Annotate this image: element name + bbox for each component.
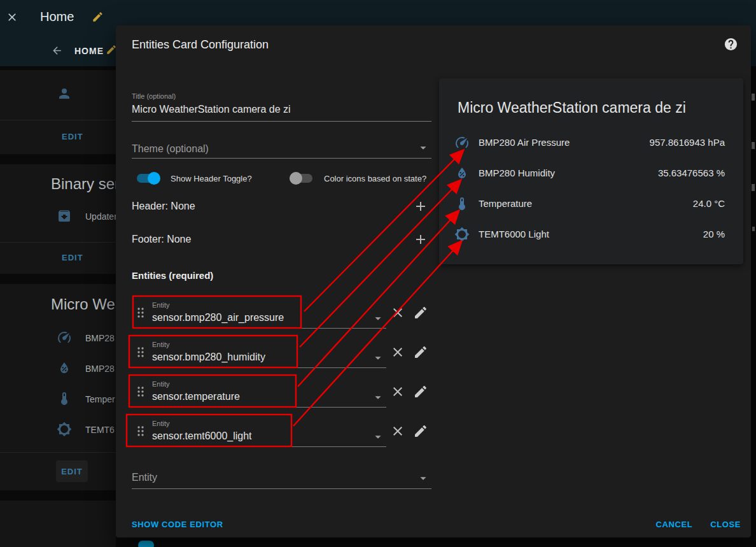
footer-row-label: Footer: None — [132, 234, 191, 245]
clipped-text-fragment — [752, 184, 755, 191]
chevron-down-icon[interactable] — [371, 390, 385, 404]
color-icons-toggle-group: Color icons based on state? — [290, 172, 312, 185]
entity-field-label: Entity — [152, 380, 170, 388]
entities-heading: Entities (required) — [132, 270, 213, 281]
entity-row-label: BMP28 — [85, 333, 115, 343]
drag-handle-icon[interactable] — [133, 384, 148, 399]
thermometer-icon — [454, 196, 470, 211]
edit-card-button[interactable]: EDIT — [62, 253, 83, 262]
entity-state: 957.8616943 hPa — [650, 137, 725, 148]
add-entity-placeholder: Entity — [132, 469, 431, 483]
entity-state: 20 % — [703, 229, 725, 239]
entities-card-configuration-dialog: Entities Card Configuration Title (optio… — [116, 25, 751, 537]
card-title-input[interactable]: Micro WeatherStation camera de zi — [132, 104, 431, 121]
drag-handle-icon[interactable] — [133, 345, 148, 360]
header-row: Header: None — [132, 199, 431, 214]
clipped-text-fragment — [752, 94, 755, 101]
entity-input[interactable]: sensor.temt6000_light — [152, 430, 252, 442]
tab-home[interactable]: HOME — [74, 46, 104, 56]
edit-entity-pencil-icon[interactable] — [413, 423, 428, 439]
chevron-down-icon[interactable] — [416, 141, 430, 155]
gauge-icon — [454, 135, 470, 150]
theme-select[interactable]: Theme (optional) — [132, 138, 431, 159]
gauge-icon — [57, 330, 72, 345]
dialog-title: Entities Card Configuration — [132, 38, 269, 52]
water-percent-icon — [57, 360, 72, 376]
entity-name: TEMT6000 Light — [479, 229, 549, 239]
brightness-icon — [454, 227, 470, 242]
divider — [0, 452, 116, 453]
entity-input[interactable]: sensor.bmp280_humidity — [152, 352, 265, 363]
add-header-plus-icon[interactable] — [413, 199, 428, 214]
edit-card-button[interactable]: EDIT — [62, 132, 83, 141]
remove-entity-icon[interactable] — [390, 384, 405, 399]
preview-entity-row: Temperature 24.0 °C — [439, 188, 743, 219]
backdrop-card-weatherstation: Micro Wea BMP28 BMP28 Temper TEMT6 EDIT — [0, 284, 116, 490]
entity-row: Entity sensor.temt6000_light — [132, 415, 431, 447]
drag-handle-icon[interactable] — [133, 305, 148, 320]
card-title-field[interactable]: Title (optional) Micro WeatherStation ca… — [132, 92, 431, 122]
preview-entity-row: TEMT6000 Light 20 % — [439, 219, 743, 250]
card-title: Micro Wea — [51, 295, 116, 313]
chevron-down-icon[interactable] — [371, 311, 385, 325]
edit-entity-pencil-icon[interactable] — [413, 305, 428, 320]
add-footer-plus-icon[interactable] — [413, 232, 428, 247]
entity-name: BMP280 Air Pressure — [479, 137, 570, 148]
add-entity-field[interactable]: Entity — [132, 469, 431, 489]
preview-entity-list: BMP280 Air Pressure 957.8616943 hPa BMP2… — [439, 127, 743, 250]
edit-entity-pencil-icon[interactable] — [413, 384, 428, 399]
package-down-icon — [57, 208, 72, 224]
back-arrow-icon[interactable] — [51, 45, 63, 57]
drag-handle-icon[interactable] — [133, 423, 148, 439]
show-header-toggle[interactable] — [137, 172, 160, 185]
chevron-down-icon[interactable] — [371, 430, 385, 444]
entity-row: Entity sensor.bmp280_humidity — [132, 336, 431, 368]
remove-entity-icon[interactable] — [390, 305, 405, 320]
edit-card-button[interactable]: EDIT — [56, 460, 88, 482]
backdrop-card-binary-sensor: Binary ser Updater EDIT — [0, 164, 116, 274]
home-assistant-screen: Home HOME Simedru EDIT Binary ser Update… — [0, 0, 756, 547]
page-title: Home — [40, 10, 74, 24]
preview-entity-row: BMP280 Humidity 35.63476563 % — [439, 158, 743, 188]
entity-field[interactable]: Entity sensor.temperature — [151, 376, 386, 408]
entity-row: Entity sensor.bmp280_air_pressure — [132, 297, 431, 329]
theme-select-label: Theme (optional) — [132, 138, 431, 155]
card-title: Binary ser — [51, 175, 116, 193]
entity-row: Entity sensor.temperature — [132, 376, 431, 408]
entity-field-label: Entity — [152, 341, 170, 348]
close-icon[interactable] — [6, 11, 18, 24]
entity-row-label: Temper — [85, 394, 115, 404]
show-header-toggle-group: Show Header Toggle? — [137, 172, 160, 185]
remove-entity-icon[interactable] — [390, 345, 405, 360]
entity-field[interactable]: Entity sensor.bmp280_air_pressure — [151, 297, 386, 329]
divider — [0, 120, 116, 120]
chevron-down-icon[interactable] — [416, 471, 430, 485]
preview-entity-row: BMP280 Air Pressure 957.8616943 hPa — [439, 127, 743, 158]
edit-title-pencil-icon[interactable] — [92, 11, 104, 23]
remove-entity-icon[interactable] — [390, 423, 405, 439]
entity-row-label: BMP28 — [85, 364, 115, 374]
help-icon[interactable] — [724, 37, 738, 52]
show-code-editor-button[interactable]: SHOW CODE EDITOR — [132, 520, 223, 529]
color-icons-toggle[interactable] — [290, 172, 312, 185]
account-icon — [57, 86, 72, 101]
divider — [0, 242, 116, 243]
entity-row-label: TEMT6 — [85, 425, 115, 435]
entity-state: 24.0 °C — [693, 198, 725, 209]
entity-input[interactable]: sensor.bmp280_air_pressure — [152, 312, 284, 323]
entity-field[interactable]: Entity sensor.bmp280_humidity — [151, 336, 386, 368]
cancel-button[interactable]: CANCEL — [655, 520, 692, 529]
edit-entity-pencil-icon[interactable] — [413, 345, 428, 360]
chevron-down-icon[interactable] — [371, 351, 385, 365]
entity-row-label: Updater — [85, 211, 116, 222]
dialog-action-bar: CANCEL CLOSE — [655, 520, 741, 529]
entity-field-label: Entity — [152, 301, 170, 309]
header-row-label: Header: None — [132, 201, 195, 211]
close-button[interactable]: CLOSE — [710, 520, 741, 529]
clipped-text-fragment — [752, 227, 755, 231]
field-label: Title (optional) — [132, 92, 431, 100]
entity-input[interactable]: sensor.temperature — [152, 391, 240, 402]
entity-field[interactable]: Entity sensor.temt6000_light — [151, 415, 386, 447]
entity-field-label: Entity — [152, 420, 170, 427]
preview-card-title: Micro WeatherStation camera de zi — [458, 99, 686, 117]
